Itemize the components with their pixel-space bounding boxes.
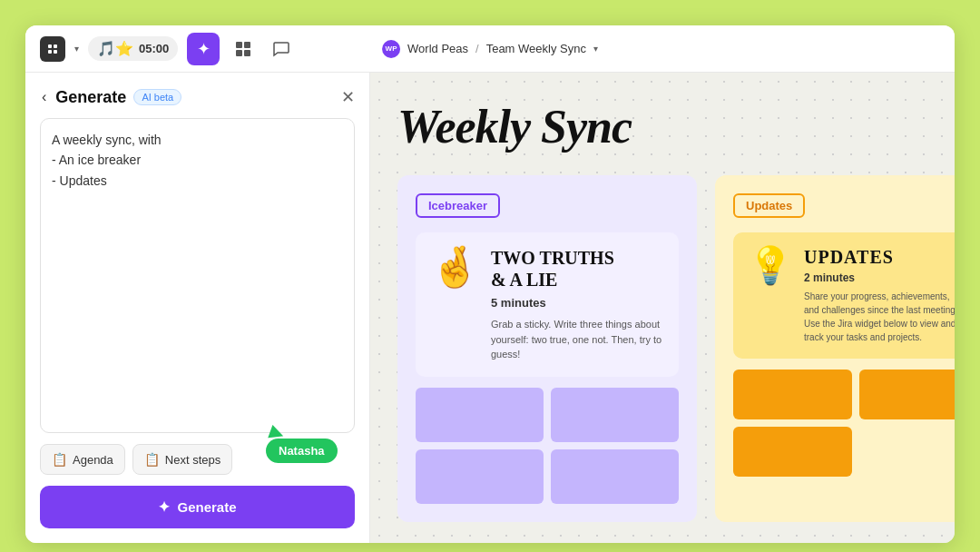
panel-title: Generate — [55, 88, 126, 107]
logo-grid — [48, 44, 57, 54]
main-content: ‹ Generate AI beta ✕ A weekly sync, with… — [25, 73, 955, 543]
icebreaker-description: Grab a sticky. Write three things about … — [491, 317, 664, 362]
panel-header-left: ‹ Generate AI beta — [40, 87, 181, 107]
icebreaker-sticky-grid — [416, 388, 679, 504]
grid-view-button[interactable] — [229, 34, 258, 64]
timer-display: 05:00 — [139, 42, 169, 55]
lightbulb-icon: 💡 — [748, 247, 793, 344]
chat-icon — [272, 40, 290, 58]
close-button[interactable]: ✕ — [341, 89, 355, 105]
icebreaker-title-line2: & A LIE — [491, 270, 557, 290]
board-chevron[interactable]: ▾ — [593, 44, 598, 54]
generate-label: Generate — [177, 499, 236, 515]
suggestion-next-steps[interactable]: 📋 Next steps — [132, 444, 232, 475]
svg-rect-1 — [244, 42, 250, 48]
icebreaker-card[interactable]: Icebreaker 🤞 TWO TRUTHS & A LIE 5 minute… — [397, 175, 697, 522]
app-container: ▾ 🎵⭐ 05:00 ✦ — [25, 25, 955, 543]
updates-inner: 💡 UPDATES 2 minutes Share your progress,… — [733, 232, 955, 359]
chat-button[interactable] — [267, 34, 296, 64]
sticky-note-2[interactable] — [551, 388, 679, 442]
cards-row: Icebreaker 🤞 TWO TRUTHS & A LIE 5 minute… — [397, 175, 927, 522]
agenda-icon: 📋 — [52, 452, 67, 467]
icebreaker-duration: 5 minutes — [491, 296, 664, 310]
board-name[interactable]: Team Weekly Sync — [486, 42, 586, 55]
topbar-left: ▾ 🎵⭐ 05:00 ✦ — [40, 33, 296, 65]
generate-panel: ‹ Generate AI beta ✕ A weekly sync, with… — [25, 73, 370, 543]
next-steps-label: Next steps — [165, 453, 220, 467]
breadcrumb-separator: / — [475, 42, 479, 55]
agenda-label: Agenda — [73, 453, 113, 467]
grid-icon — [234, 40, 252, 58]
sticky-note-4[interactable] — [551, 449, 679, 504]
page-title: Weekly Sync — [397, 100, 927, 153]
updates-title: UPDATES — [804, 247, 955, 268]
generate-button[interactable]: ✦ Generate — [40, 486, 355, 528]
icebreaker-info: TWO TRUTHS & A LIE 5 minutes Grab a stic… — [491, 247, 664, 362]
back-button[interactable]: ‹ — [40, 87, 48, 107]
canvas-area[interactable]: Weekly Sync Icebreaker 🤞 TWO TRUTHS & A … — [370, 73, 955, 543]
icebreaker-title: TWO TRUTHS & A LIE — [491, 247, 664, 291]
ai-badge: AI beta — [133, 89, 181, 105]
updates-sticky-2[interactable] — [859, 370, 955, 419]
generate-star-icon: ✦ — [158, 498, 170, 516]
suggestions-row: 📋 Agenda 📋 Next steps — [40, 444, 355, 475]
updates-sticky-3[interactable] — [733, 427, 852, 477]
updates-info: UPDATES 2 minutes Share your progress, a… — [804, 247, 955, 344]
music-icon: 🎵⭐ — [97, 40, 133, 57]
updates-card[interactable]: Updates 💡 UPDATES 2 minutes Share your p… — [715, 175, 955, 522]
timer-badge[interactable]: 🎵⭐ 05:00 — [88, 36, 178, 61]
updates-duration: 2 minutes — [804, 271, 955, 284]
suggestion-agenda[interactable]: 📋 Agenda — [40, 444, 125, 475]
next-steps-icon: 📋 — [144, 452, 160, 467]
breadcrumb: WP World Peas / Team Weekly Sync ▾ — [382, 40, 598, 58]
workspace-name[interactable]: World Peas — [407, 42, 468, 55]
magic-button[interactable]: ✦ — [187, 33, 220, 65]
logo-chevron[interactable]: ▾ — [74, 44, 79, 54]
workspace-icon: WP — [382, 40, 400, 58]
svg-rect-2 — [236, 50, 242, 56]
topbar: ▾ 🎵⭐ 05:00 ✦ — [25, 25, 955, 73]
sticky-note-3[interactable] — [416, 449, 544, 504]
updates-description: Share your progress, achievements, and c… — [804, 290, 955, 344]
icebreaker-title-line1: TWO TRUTHS — [491, 248, 614, 268]
svg-rect-0 — [236, 42, 242, 48]
logo-icon[interactable] — [40, 36, 65, 62]
updates-sticky-grid — [733, 370, 955, 477]
icebreaker-tag: Icebreaker — [416, 193, 500, 218]
svg-rect-3 — [244, 50, 250, 56]
prompt-textarea[interactable]: A weekly sync, with - An ice breaker - U… — [40, 118, 355, 433]
icebreaker-inner: 🤞 TWO TRUTHS & A LIE 5 minutes Grab a st… — [416, 232, 679, 377]
panel-header: ‹ Generate AI beta ✕ — [40, 87, 355, 107]
sticky-note-1[interactable] — [416, 388, 544, 442]
updates-sticky-1[interactable] — [733, 370, 852, 419]
magic-star-icon: ✦ — [197, 39, 211, 59]
hand-emoji: 🤞 — [430, 247, 480, 362]
updates-tag: Updates — [733, 193, 805, 218]
